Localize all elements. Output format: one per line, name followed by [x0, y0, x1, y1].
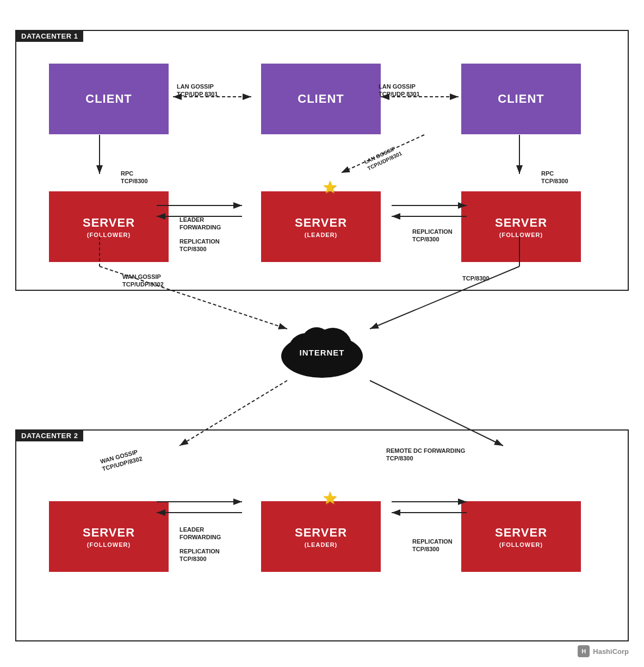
internet-label: INTERNET — [273, 348, 371, 358]
client3-box: CLIENT — [461, 64, 581, 134]
hashicorp-logo: H HashiCorp — [578, 645, 629, 657]
datacenter1-box: DATACENTER 1 CLIENT CLIENT CLIENT LAN GO… — [15, 30, 629, 291]
replication-left-dc1: REPLICATION TCP/8300 — [179, 238, 220, 253]
rpc-label-2: RPC TCP/8300 — [541, 170, 568, 185]
replication-left-dc2: REPLICATION TCP/8300 — [179, 547, 220, 563]
client1-box: CLIENT — [49, 64, 169, 134]
remote-dc-label: REMOTE DC FORWARDING TCP/8300 — [386, 447, 465, 463]
leader-star-dc1: ★ — [322, 177, 338, 197]
wan-gossip-dc2-label: WAN GOSSIP TCP/UDP/8302 — [100, 447, 144, 473]
lan-gossip-label-2: LAN GOSSIP TCP/UDP 8301 — [379, 83, 420, 98]
rpc-label-1: RPC TCP/8300 — [121, 170, 148, 185]
leader-star-dc2: ★ — [322, 488, 338, 508]
leader-forwarding-dc1: LEADER FORWARDING — [179, 216, 221, 232]
wan-gossip-dc1-label: WAN GOSSIP TCP/UDP/8302 — [122, 273, 164, 289]
tcp8300-dc1-right: TCP/8300 — [462, 275, 490, 282]
internet-cloud: INTERNET — [273, 315, 371, 383]
server3-dc1-box: SERVER (FOLLOWER) — [461, 191, 581, 262]
leader-forwarding-dc2: LEADER FORWARDING — [179, 526, 221, 541]
server2-dc2-box: SERVER (LEADER) — [261, 501, 381, 572]
server3-dc2-box: SERVER (FOLLOWER) — [461, 501, 581, 572]
datacenter2-label: DATACENTER 2 — [16, 430, 83, 441]
main-container: DATACENTER 1 CLIENT CLIENT CLIENT LAN GO… — [0, 0, 644, 667]
hashicorp-text: HashiCorp — [593, 647, 629, 656]
replication-right-dc2: REPLICATION TCP/8300 — [412, 538, 453, 553]
server1-dc1-box: SERVER (FOLLOWER) — [49, 191, 169, 262]
datacenter1-label: DATACENTER 1 — [16, 30, 83, 42]
replication-right-dc1: REPLICATION TCP/8300 — [412, 228, 453, 244]
server2-dc1-box: SERVER (LEADER) — [261, 191, 381, 262]
client2-box: CLIENT — [261, 64, 381, 134]
server1-dc2-box: SERVER (FOLLOWER) — [49, 501, 169, 572]
datacenter2-box: DATACENTER 2 WAN GOSSIP TCP/UDP/8302 REM… — [15, 429, 629, 641]
hashicorp-icon: H — [578, 645, 590, 657]
lan-gossip-diagonal-label: LAN GOSSIP TCP/UDP/8301 — [363, 144, 403, 172]
lan-gossip-label-1: LAN GOSSIP TCP/UDP 8301 — [177, 83, 218, 98]
